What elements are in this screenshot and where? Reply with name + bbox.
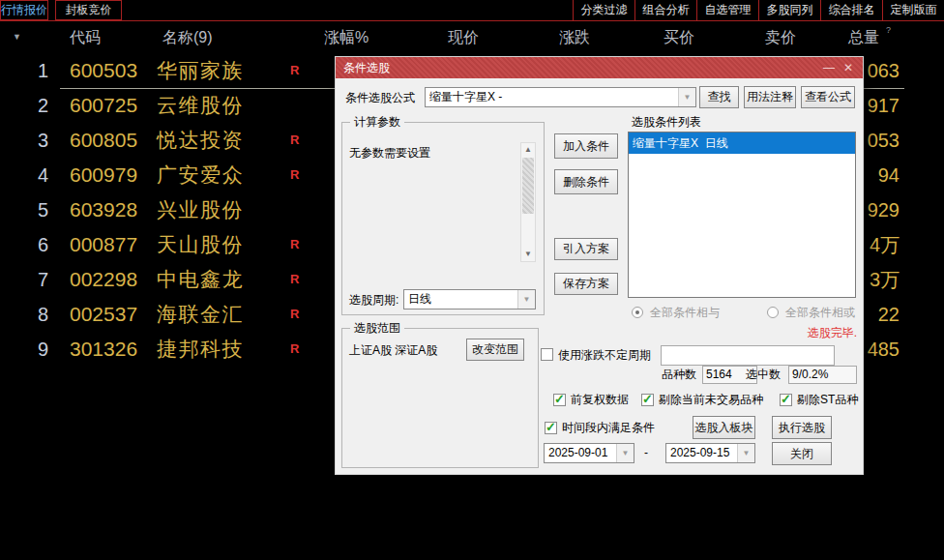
stock-name: 天山股份 [157, 227, 244, 262]
radio-all-or[interactable] [767, 307, 779, 318]
row-index: 2 [0, 88, 48, 123]
to-block-button[interactable]: 选股入板块 [693, 416, 755, 439]
period-combobox[interactable]: 日线 ▼ [403, 289, 536, 309]
minimize-icon[interactable]: — [820, 57, 838, 78]
save-plan-button[interactable]: 保存方案 [554, 273, 618, 295]
chevron-down-icon[interactable]: ▼ [737, 444, 754, 462]
stock-code: 002298 [70, 262, 137, 297]
condition-stock-picker-dialog: 条件选股 — ✕ 条件选股公式 缩量十字星X - ▼ 查找 用法注释 查看公式 … [335, 56, 864, 475]
usage-note-button[interactable]: 用法注释 [744, 86, 796, 108]
updown-period-label: 使用涨跌不定周期 [558, 348, 651, 363]
range-group-label: 选股范围 [350, 321, 404, 336]
col-header-change-pct[interactable]: 涨幅% [324, 21, 369, 53]
volume-partial: 917 [868, 88, 900, 123]
margin-flag: R [290, 227, 299, 262]
radio-all-or-label: 全部条件相或 [785, 306, 855, 320]
stock-name: 兴业股份 [157, 192, 244, 227]
date-to-combobox[interactable]: 2025-09-15 ▼ [665, 443, 755, 463]
timespan-checkbox[interactable] [545, 422, 557, 434]
period-label: 选股周期: [349, 293, 398, 308]
margin-flag: R [290, 53, 299, 88]
col-header-ask[interactable]: 卖价 [765, 21, 796, 53]
import-plan-button[interactable]: 引入方案 [554, 238, 618, 260]
exclude-st-checkbox[interactable] [780, 394, 792, 406]
margin-flag: R [290, 262, 299, 297]
date-separator: - [644, 446, 648, 459]
row-index: 7 [0, 262, 48, 297]
col-header-price[interactable]: 现价 [448, 21, 479, 53]
stock-code: 600979 [70, 158, 137, 192]
row-index: 4 [0, 158, 48, 192]
period-combobox-value: 日线 [408, 290, 516, 309]
scroll-up-icon[interactable]: ▲ [521, 143, 535, 157]
stock-name: 广安爱众 [157, 158, 244, 192]
chevron-down-icon[interactable]: ▼ [616, 444, 634, 462]
add-condition-button[interactable]: 加入条件 [554, 133, 618, 159]
condition-list-item[interactable]: 缩量十字星X 日线 [629, 133, 855, 154]
tab-quote-board[interactable]: 行情报价 [0, 0, 48, 20]
radio-all-and-label: 全部条件相与 [650, 306, 720, 320]
date-from-combobox[interactable]: 2025-09-01 ▼ [544, 443, 634, 463]
col-header-code[interactable]: 代码 [70, 21, 101, 53]
margin-flag: R [290, 332, 299, 367]
sort-indicator-icon[interactable]: ▼ [13, 21, 21, 53]
stock-code: 000877 [70, 227, 137, 262]
change-range-button[interactable]: 改变范围 [466, 339, 524, 361]
date-from-value: 2025-09-01 [548, 444, 615, 462]
row-index: 3 [0, 123, 48, 158]
app-window: 行情报价 封板竞价 分类过滤 组合分析 自选管理 多股同列 综合排名 定制版面 … [0, 0, 944, 560]
chevron-down-icon[interactable]: ▼ [517, 290, 535, 309]
col-header-name[interactable]: 名称(9) [162, 21, 213, 53]
volume-partial: 485 [868, 332, 900, 367]
col-header-bid[interactable]: 买价 [664, 21, 694, 53]
params-scrollbar[interactable]: ▲ ▼ [520, 142, 536, 262]
updown-period-input[interactable] [661, 345, 835, 366]
stock-code: 002537 [70, 297, 137, 332]
params-group-label: 计算参数 [350, 115, 404, 130]
exclude-untraded-checkbox[interactable] [641, 394, 654, 406]
col-header-volume[interactable]: 总量 [848, 21, 879, 53]
margin-flag: R [290, 123, 299, 158]
timespan-label: 时间段内满足条件 [562, 421, 655, 435]
forward-adjusted-checkbox[interactable] [553, 394, 566, 406]
menu-item-custom-layout[interactable]: 定制版面 [882, 0, 944, 20]
updown-period-checkbox[interactable] [541, 348, 553, 361]
close-button[interactable]: 关闭 [772, 442, 832, 465]
chevron-down-icon[interactable]: ▼ [678, 88, 695, 106]
row-index: 1 [0, 53, 48, 88]
volume-partial: 3万 [870, 262, 900, 297]
delete-condition-button[interactable]: 删除条件 [554, 169, 618, 194]
condition-listbox[interactable]: 缩量十字星X 日线 [628, 132, 856, 298]
forward-adjusted-label: 前复权数据 [571, 393, 629, 407]
col-header-change[interactable]: 涨跌 [559, 21, 590, 53]
radio-all-and[interactable] [632, 307, 643, 318]
margin-flag: R [290, 158, 299, 192]
scrollbar-thumb[interactable] [522, 158, 534, 214]
top-menu-bar: 行情报价 封板竞价 分类过滤 组合分析 自选管理 多股同列 综合排名 定制版面 [0, 0, 944, 21]
selected-count-label: 选中数 [746, 368, 781, 382]
menu-item-watchlist-manage[interactable]: 自选管理 [696, 0, 758, 20]
view-formula-button[interactable]: 查看公式 [801, 86, 855, 108]
volume-partial: 94 [878, 158, 900, 192]
dialog-titlebar[interactable]: 条件选股 — ✕ [336, 57, 863, 78]
close-icon[interactable]: ✕ [840, 57, 857, 78]
stock-name: 华丽家族 [157, 53, 244, 88]
stock-name: 悦达投资 [157, 123, 244, 158]
menu-item-category-filter[interactable]: 分类过滤 [573, 0, 634, 20]
menu-item-combo-analysis[interactable]: 组合分析 [634, 0, 696, 20]
menu-item-multi-stock[interactable]: 多股同列 [758, 0, 820, 20]
exclude-untraded-label: 剔除当前未交易品种 [659, 393, 763, 407]
tab-limit-auction[interactable]: 封板竞价 [55, 0, 122, 20]
execute-button[interactable]: 执行选股 [772, 416, 832, 439]
formula-combobox-value: 缩量十字星X - [429, 88, 677, 106]
find-button[interactable]: 查找 [699, 86, 739, 108]
menu-item-ranking[interactable]: 综合排名 [820, 0, 882, 20]
stock-name: 海联金汇 [157, 297, 244, 332]
scroll-down-icon[interactable]: ▼ [521, 248, 535, 261]
formula-combobox[interactable]: 缩量十字星X - ▼ [425, 87, 696, 107]
range-value: 上证A股 深证A股 [349, 343, 437, 358]
volume-partial: 053 [868, 123, 900, 158]
volume-partial: 063 [868, 53, 900, 88]
volume-partial: 929 [868, 192, 900, 227]
stock-code: 603928 [70, 192, 137, 227]
